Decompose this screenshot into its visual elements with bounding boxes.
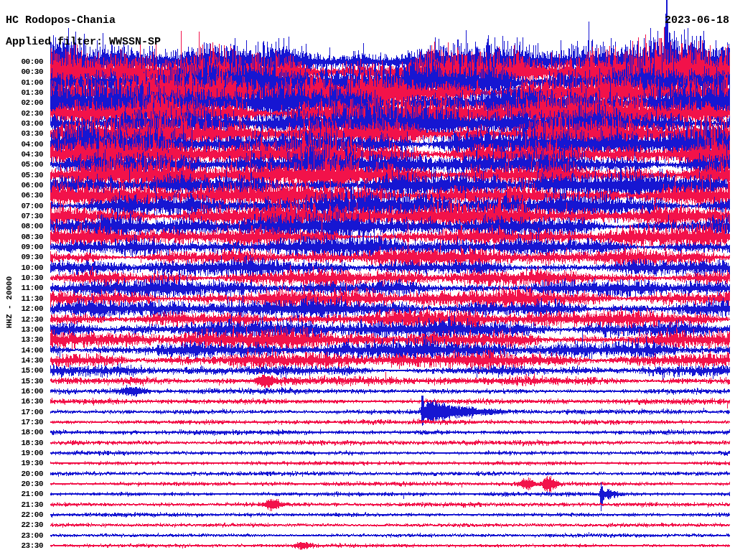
- time-label: 16:30: [0, 397, 43, 406]
- time-label: 09:30: [0, 253, 43, 261]
- applied-filter-label: Applied filter: WWSSN-SP: [6, 36, 161, 48]
- time-label: 20:30: [0, 480, 43, 488]
- time-label: 22:30: [0, 521, 43, 529]
- helicorder-page: HC Rodopos-Chania Applied filter: WWSSN-…: [0, 0, 735, 560]
- time-label: 15:30: [0, 377, 43, 386]
- time-label: 01:00: [0, 78, 43, 87]
- time-label: 07:00: [0, 202, 43, 210]
- time-label: 03:30: [0, 129, 43, 138]
- time-label: 14:30: [0, 356, 43, 365]
- time-label: 04:30: [0, 150, 43, 159]
- helicorder-plot-canvas: [0, 0, 735, 560]
- record-date: 2023-06-18: [665, 14, 729, 27]
- time-label: 00:30: [0, 67, 43, 76]
- time-label: 02:00: [0, 98, 43, 107]
- time-label: 20:00: [0, 470, 43, 478]
- time-label: 05:30: [0, 171, 43, 179]
- time-label: 09:00: [0, 243, 43, 251]
- time-label: 17:00: [0, 408, 43, 416]
- channel-scale-label: HHZ - 20000: [5, 276, 14, 329]
- time-label: 08:30: [0, 233, 43, 241]
- time-label: 14:00: [0, 346, 43, 355]
- time-label: 13:30: [0, 335, 43, 344]
- time-label: 08:00: [0, 222, 43, 230]
- time-label: 06:30: [0, 191, 43, 200]
- time-label: 07:30: [0, 212, 43, 220]
- time-label: 06:00: [0, 181, 43, 190]
- time-label: 04:00: [0, 140, 43, 149]
- time-label: 03:00: [0, 119, 43, 128]
- station-title: HC Rodopos-Chania: [6, 14, 116, 27]
- time-label: 21:30: [0, 500, 43, 509]
- time-label: 01:30: [0, 88, 43, 97]
- time-label: 02:30: [0, 109, 43, 118]
- time-label: 15:00: [0, 366, 43, 375]
- time-label: 00:00: [0, 57, 43, 66]
- time-label: 18:00: [0, 428, 43, 437]
- time-label: 22:00: [0, 510, 43, 519]
- time-label: 10:00: [0, 263, 43, 272]
- time-label: 05:00: [0, 160, 43, 169]
- time-label: 18:30: [0, 439, 43, 447]
- time-label: 17:30: [0, 418, 43, 426]
- time-label: 23:00: [0, 531, 43, 540]
- time-label: 21:00: [0, 490, 43, 498]
- time-label: 16:00: [0, 387, 43, 396]
- time-label: 19:00: [0, 449, 43, 457]
- time-label: 19:30: [0, 459, 43, 467]
- time-label: 23:30: [0, 541, 43, 550]
